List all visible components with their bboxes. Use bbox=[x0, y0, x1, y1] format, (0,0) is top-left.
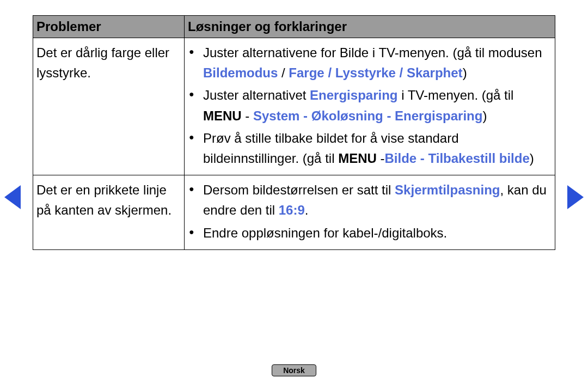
table-row: Det er dårlig farge eller lysstyrke.Just… bbox=[33, 38, 555, 175]
solution-item: Prøv å stille tilbake bildet for å vise … bbox=[188, 128, 552, 168]
problem-cell: Det er dårlig farge eller lysstyrke. bbox=[33, 38, 185, 175]
language-pill: Norsk bbox=[272, 364, 316, 376]
solution-item: Endre oppløsningen for kabel-/digitalbok… bbox=[188, 223, 552, 243]
solution-cell: Dersom bildestørrelsen er satt til Skjer… bbox=[185, 175, 555, 250]
table-row: Det er en prikkete linje på kanten av sk… bbox=[33, 175, 555, 250]
troubleshooting-table: Problemer Løsninger og forklaringer Det … bbox=[33, 15, 555, 250]
prev-page-arrow[interactable] bbox=[4, 185, 21, 209]
solution-cell: Juster alternativene for Bilde i TV-meny… bbox=[185, 38, 555, 175]
header-solutions: Løsninger og forklaringer bbox=[185, 16, 555, 38]
header-problems: Problemer bbox=[33, 16, 185, 38]
next-page-arrow[interactable] bbox=[567, 185, 584, 209]
problem-cell: Det er en prikkete linje på kanten av sk… bbox=[33, 175, 185, 250]
solution-item: Juster alternativet Energisparing i TV-m… bbox=[188, 85, 552, 125]
solution-item: Juster alternativene for Bilde i TV-meny… bbox=[188, 42, 552, 83]
solution-item: Dersom bildestørrelsen er satt til Skjer… bbox=[188, 180, 552, 220]
